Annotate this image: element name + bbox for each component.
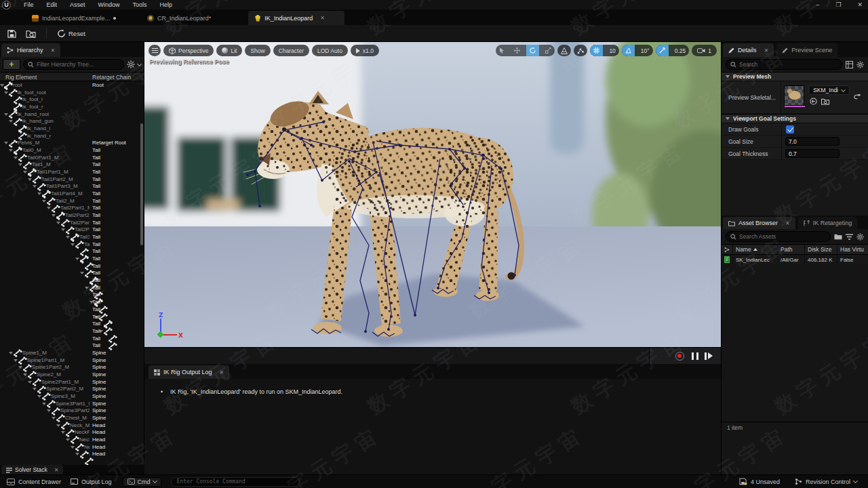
expander-arrow-icon[interactable] [42,403,46,405]
close-tab-icon[interactable]: ✕ [320,15,325,21]
window-minimize-button[interactable]: – [816,1,819,8]
tab-hierarchy[interactable]: Hierarchy ✕ [1,43,60,57]
category-viewport-goal-settings[interactable]: Viewport Goal Settings [722,114,868,123]
expander-arrow-icon[interactable] [33,185,37,188]
hierarchy-row[interactable]: Tail4Part1_MTail [0,277,144,284]
expander-arrow-icon[interactable] [23,373,27,376]
hierarchy-row[interactable]: Tail3Part2_MTail [0,247,144,255]
rotation-snap-control[interactable]: 10° [622,45,653,56]
hierarchy-row[interactable]: Tail2_MTail [0,197,144,205]
reset-button[interactable]: Reset [52,27,90,40]
expander-arrow-icon[interactable] [18,163,22,166]
menu-help[interactable]: Help [160,1,173,8]
expander-arrow-icon[interactable] [37,395,41,398]
hierarchy-row[interactable]: Tail5Part2_MTail [0,320,144,327]
timeline-track[interactable] [144,348,650,365]
details-search-input[interactable] [739,61,837,68]
hierarchy-row[interactable]: Spine3Part1_MSpine [0,400,144,407]
folder-filter-button[interactable] [834,233,842,240]
expander-arrow-icon[interactable] [28,178,32,181]
tab-details[interactable]: Details ✕ [723,43,774,57]
hierarchy-row[interactable]: ik_hand_gun [0,117,144,125]
revision-control-button[interactable]: Revision Control [795,478,857,485]
hierarchy-row[interactable]: Tail4_MTail [0,269,144,277]
viewport-options-button[interactable] [149,45,161,56]
hierarchy-row[interactable]: NeckPart1_MHead [0,428,144,436]
hierarchy-row[interactable]: Tail5Part4_MTail [0,335,144,342]
close-tab-icon[interactable]: ✕ [51,47,56,54]
close-tab-icon[interactable]: ✕ [220,369,224,375]
expander-arrow-icon[interactable] [9,120,13,123]
reset-to-default-button[interactable] [854,94,861,100]
hierarchy-row[interactable]: Neck_MHead [0,422,144,429]
hierarchy-row[interactable] [0,458,144,465]
window-maximize-button[interactable]: ❐ [835,1,841,8]
display-options-button[interactable] [846,61,853,68]
column-name[interactable]: Name [733,245,778,254]
expander-arrow-icon[interactable] [23,171,27,174]
output-log-button[interactable]: Output Log [71,479,112,485]
tab-asset-browser[interactable]: Asset Browser ✕ [723,217,795,229]
expander-arrow-icon[interactable] [47,409,51,412]
hierarchy-row[interactable]: Tail3Part4_MTail [0,262,144,270]
camera-speed-control[interactable]: 1 [692,45,717,56]
expander-arrow-icon[interactable] [71,446,75,449]
browse-to-asset-button[interactable] [21,27,41,40]
content-drawer-button[interactable]: Content Drawer [7,479,61,485]
menu-tools[interactable]: Tools [133,1,147,8]
expander-arrow-icon[interactable] [61,431,65,434]
hierarchy-row[interactable]: Spine1Part1_MSpine [0,357,144,364]
save-button[interactable] [3,27,21,40]
perspective-button[interactable]: Perspective [163,45,214,56]
hierarchy-filter-input[interactable] [37,61,119,68]
expander-arrow-icon[interactable] [75,258,79,260]
move-tool-button[interactable] [511,45,524,56]
hierarchy-row[interactable]: Tail3Part1_MTail [0,241,144,248]
use-selected-asset-button[interactable] [810,98,817,105]
hierarchy-row[interactable]: Tail3Part3_MTail [0,255,144,262]
hierarchy-row[interactable]: Tail4Part4_MTail [0,298,144,306]
hierarchy-row[interactable]: Head_MHead [0,450,144,458]
expander-arrow-icon[interactable] [42,200,46,203]
hierarchy-row[interactable]: Spine2Part2_MSpine [0,385,144,392]
hierarchy-row[interactable]: Tail5Part3_MTail [0,327,144,335]
menu-window[interactable]: Window [98,1,120,8]
cmd-selector[interactable]: Cmd [123,477,161,487]
tab-solver-stack[interactable]: Solver Stack ✕ [1,465,63,474]
unsaved-changes-button[interactable]: 4 Unsaved [739,478,780,485]
hierarchy-filter[interactable] [23,59,124,70]
tab-preview-scene[interactable]: Preview Scene [776,43,837,57]
scale-snap-control[interactable]: 0.25 [656,45,690,56]
asset-search[interactable] [726,231,831,242]
playback-speed-button[interactable]: x1.0 [351,45,379,56]
hierarchy-row[interactable]: rootRoot [0,81,144,89]
hierarchy-row[interactable]: Spine3_MSpine [0,392,144,400]
hierarchy-row[interactable]: Neck1Part1_MHead [0,443,144,451]
expander-arrow-icon[interactable] [37,192,41,195]
hierarchy-row[interactable]: Chest_MSpine [0,414,144,422]
expander-arrow-icon[interactable] [4,92,8,94]
column-retarget-chain[interactable]: Retarget Chain [92,74,131,81]
expander-arrow-icon[interactable] [80,272,84,274]
close-tab-icon[interactable]: ✕ [54,467,59,473]
window-close-button[interactable]: ✕ [857,1,863,8]
close-tab-icon[interactable]: ✕ [785,220,790,226]
filter-button[interactable] [846,234,853,240]
asset-settings-button[interactable] [856,233,864,241]
select-tool-button[interactable] [496,45,508,56]
column-disk-size[interactable]: Disk Size [805,245,837,254]
expander-arrow-icon[interactable] [14,359,18,362]
snap-chain-button[interactable] [574,45,587,56]
skeletal-mesh-dropdown[interactable]: SKM_Indi [808,85,850,95]
mesh-thumbnail[interactable] [784,85,804,106]
tab-ik-indianleopard[interactable]: IK_IndianLeopard ✕ [248,11,344,25]
step-forward-button[interactable] [705,352,713,360]
hierarchy-scrollbar[interactable] [140,123,143,245]
hierarchy-row[interactable]: ik_hand_r [0,132,144,140]
rotate-tool-button[interactable] [526,45,539,56]
pause-button[interactable] [692,352,698,360]
character-button[interactable]: Character [273,45,309,56]
expander-arrow-icon[interactable] [66,236,70,239]
category-preview-mesh[interactable]: Preview Mesh [722,72,868,81]
expander-arrow-icon[interactable] [66,439,70,441]
